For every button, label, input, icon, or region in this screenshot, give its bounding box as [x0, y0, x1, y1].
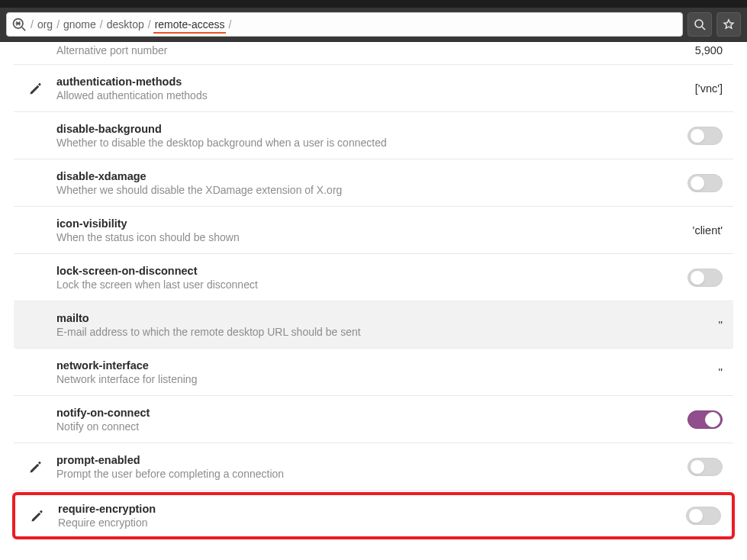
settings-row[interactable]: require-encryptionRequire encryption — [12, 492, 735, 539]
edit-indicator-icon — [27, 81, 44, 96]
breadcrumb-segment[interactable]: gnome — [62, 17, 98, 34]
setting-description: Notify on connect — [56, 420, 665, 433]
path-separator: / — [146, 18, 153, 31]
row-info: icon-visibilityWhen the status icon shou… — [56, 217, 665, 243]
value-cell: '' — [677, 319, 723, 331]
settings-row[interactable]: network-interfaceNetwork interface for l… — [14, 349, 733, 396]
settings-row[interactable]: Alternative port number5,900 — [14, 42, 733, 65]
row-info: lock-screen-on-disconnectLock the screen… — [56, 265, 665, 291]
setting-key: authentication-methods — [56, 76, 665, 88]
setting-value: 5,900 — [695, 44, 723, 56]
value-cell — [677, 458, 723, 476]
search-button[interactable] — [687, 12, 712, 37]
row-info: network-interfaceNetwork interface for l… — [56, 359, 665, 385]
svg-point-4 — [695, 20, 703, 27]
settings-list: Alternative port number5,900authenticati… — [0, 42, 747, 539]
toggle-knob — [690, 270, 705, 285]
breadcrumb-segment[interactable]: desktop — [105, 17, 146, 34]
settings-row[interactable]: authentication-methodsAllowed authentica… — [14, 65, 733, 112]
toggle-switch[interactable] — [687, 127, 723, 145]
settings-row[interactable]: lock-screen-on-disconnectLock the screen… — [14, 254, 733, 301]
row-info: mailtoE-mail address to which the remote… — [56, 312, 665, 338]
toggle-switch[interactable] — [687, 269, 723, 287]
setting-description: Whether we should disable the XDamage ex… — [56, 184, 665, 196]
toggle-switch[interactable] — [687, 174, 723, 192]
edit-indicator-icon — [27, 459, 44, 475]
setting-key: mailto — [56, 312, 665, 324]
breadcrumb: /org/gnome/desktop/remote-access/ — [28, 18, 233, 31]
toggle-knob — [690, 128, 705, 143]
row-info: disable-backgroundWhether to disable the… — [56, 123, 665, 149]
row-info: authentication-methodsAllowed authentica… — [56, 76, 665, 101]
row-info: require-encryptionRequire encryption — [58, 503, 663, 529]
setting-key: require-encryption — [58, 503, 663, 515]
setting-value: ['vnc'] — [695, 82, 723, 95]
setting-description: E-mail address to which the remote deskt… — [56, 326, 665, 338]
value-cell: '' — [677, 366, 723, 378]
setting-key: disable-background — [56, 123, 665, 135]
svg-line-1 — [22, 27, 25, 31]
row-info: prompt-enabledPrompt the user before com… — [56, 454, 665, 480]
path-separator: / — [226, 18, 233, 31]
reset-path-icon[interactable] — [11, 15, 27, 34]
setting-description: Whether to disable the desktop backgroun… — [56, 137, 665, 149]
value-cell — [677, 269, 723, 287]
breadcrumb-segment[interactable]: remote-access — [153, 17, 227, 34]
breadcrumb-segment[interactable]: org — [36, 17, 54, 34]
edit-indicator-icon — [29, 508, 46, 523]
path-separator: / — [28, 18, 36, 31]
setting-description: Require encryption — [58, 517, 663, 529]
setting-value: 'client' — [693, 224, 723, 237]
value-cell: 5,900 — [677, 44, 723, 56]
setting-description: Network interface for listening — [56, 373, 665, 385]
toggle-switch[interactable] — [687, 410, 723, 429]
setting-description: Prompt the user before completing a conn… — [56, 468, 665, 480]
row-info: disable-xdamageWhether we should disable… — [56, 170, 665, 196]
setting-value: '' — [718, 366, 723, 378]
value-cell: ['vnc'] — [677, 82, 723, 95]
toggle-knob — [705, 412, 720, 427]
setting-key: prompt-enabled — [56, 454, 665, 466]
bookmark-button[interactable] — [716, 12, 741, 37]
settings-row[interactable]: disable-xdamageWhether we should disable… — [14, 159, 733, 207]
toggle-switch[interactable] — [686, 507, 721, 525]
setting-value: '' — [718, 319, 723, 331]
settings-row[interactable]: mailtoE-mail address to which the remote… — [14, 301, 733, 349]
settings-row[interactable]: disable-backgroundWhether to disable the… — [14, 112, 733, 159]
row-info: notify-on-connectNotify on connect — [56, 407, 665, 433]
svg-line-5 — [702, 27, 705, 30]
setting-key: icon-visibility — [56, 217, 665, 230]
row-info: Alternative port number — [56, 44, 665, 56]
setting-description: Alternative port number — [56, 44, 665, 56]
header-bar: /org/gnome/desktop/remote-access/ — [0, 8, 747, 42]
value-cell — [677, 410, 723, 429]
toggle-knob — [690, 459, 705, 475]
settings-row[interactable]: icon-visibilityWhen the status icon shou… — [14, 207, 733, 254]
path-entry[interactable]: /org/gnome/desktop/remote-access/ — [6, 12, 683, 37]
toggle-knob — [690, 175, 705, 191]
value-cell: 'client' — [677, 224, 723, 237]
value-cell — [677, 174, 723, 192]
setting-description: Lock the screen when last user disconnec… — [56, 278, 665, 291]
value-cell — [675, 507, 721, 525]
path-separator: / — [98, 18, 105, 31]
toggle-knob — [688, 508, 704, 523]
setting-key: lock-screen-on-disconnect — [56, 265, 665, 277]
setting-description: Allowed authentication methods — [56, 89, 665, 101]
path-separator: / — [54, 18, 62, 31]
settings-row[interactable]: notify-on-connectNotify on connect — [14, 396, 733, 443]
setting-description: When the status icon should be shown — [56, 231, 665, 243]
setting-key: network-interface — [56, 359, 665, 372]
settings-row[interactable]: prompt-enabledPrompt the user before com… — [14, 443, 733, 491]
setting-key: notify-on-connect — [56, 407, 665, 419]
window-titlebar — [0, 0, 747, 8]
value-cell — [677, 127, 723, 145]
toggle-switch[interactable] — [687, 458, 723, 476]
setting-key: disable-xdamage — [56, 170, 665, 182]
